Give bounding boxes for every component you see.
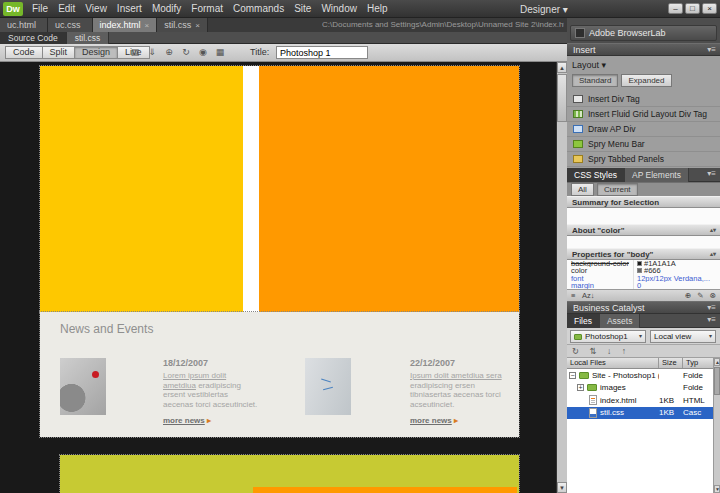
menu-site[interactable]: Site [289, 0, 316, 18]
collapse-arrows-icon[interactable]: ▴▾ [710, 249, 716, 260]
news-section[interactable]: News and Events 18/12/2007 Lorem ipsum d… [40, 312, 519, 437]
adobe-browserlab-bar[interactable]: Adobe BrowserLab [570, 25, 717, 41]
page-block-yellow[interactable] [40, 66, 243, 312]
design-view-scrollbar[interactable]: ▲ ▼ [556, 62, 567, 493]
scrollbar-thumb[interactable] [714, 367, 720, 395]
news-link[interactable]: Ipsum dolit ametdiua sera [410, 371, 502, 380]
scroll-up-icon[interactable]: ▲ [557, 62, 567, 73]
doc-tab-uc-html[interactable]: uc.html [0, 18, 48, 32]
property-row-color[interactable]: color #666 [567, 267, 720, 274]
column-local-files[interactable]: Local Files [567, 358, 659, 368]
panel-menu-icon[interactable]: ▾≡ [707, 314, 716, 326]
property-row-background-color[interactable]: background-color #1A1A1A [567, 260, 720, 267]
file-row-stil-css[interactable]: stil.css 1KB Casc [567, 407, 713, 420]
scroll-up-icon[interactable]: ▲ [714, 358, 720, 366]
show-list-view-icon[interactable]: Az↓ [582, 291, 595, 300]
attach-stylesheet-icon[interactable]: ⊕ [685, 291, 691, 300]
insert-category-dropdown[interactable]: Layout ▾ [572, 58, 606, 71]
property-row-font[interactable]: font 12px/12px Verdana,... [567, 275, 720, 282]
related-file-stil-css[interactable]: stil.css [67, 32, 110, 44]
expand-expander-icon[interactable]: + [577, 384, 584, 391]
restore-button[interactable]: □ [685, 3, 700, 14]
current-mode-button[interactable]: Current [597, 183, 638, 196]
file-row-images[interactable]: + images Folde [567, 382, 713, 395]
standard-mode-button[interactable]: Standard [572, 74, 618, 87]
menu-window[interactable]: Window [316, 0, 362, 18]
view-dropdown[interactable]: Local view ▾ [650, 330, 716, 343]
get-files-icon[interactable]: ↓ [607, 346, 611, 356]
design-view-button[interactable]: Design [74, 46, 117, 59]
properties-for-body-header[interactable]: Properties for "body" ▴▾ [567, 248, 720, 260]
more-news-link[interactable]: more news ▸ [163, 416, 259, 425]
about-color-header[interactable]: About "color" ▴▾ [567, 224, 720, 236]
minimize-button[interactable]: – [668, 3, 683, 14]
scrollbar-thumb[interactable] [557, 74, 567, 122]
put-files-icon[interactable]: ↑ [622, 346, 626, 356]
news-item-2[interactable]: 22/12/2007 Ipsum dolit ametdiua sera era… [410, 358, 506, 425]
multiscreen-preview-icon[interactable]: ▦ [213, 46, 227, 59]
connect-refresh-icon[interactable]: ↻ [572, 346, 579, 356]
visual-aids-icon[interactable]: ◉ [196, 46, 210, 59]
file-management-icon[interactable]: ⇓ [145, 46, 159, 59]
spry-tabbed-panels-item[interactable]: Spry Tabbed Panels [567, 152, 720, 167]
page-block-gap[interactable] [243, 66, 259, 312]
tab-ap-elements[interactable]: AP Elements [625, 168, 689, 182]
tab-files[interactable]: Files [567, 314, 600, 328]
code-view-button[interactable]: Code [5, 46, 42, 59]
scroll-down-icon[interactable]: ▼ [557, 482, 567, 493]
insert-panel-header[interactable]: Insert ▾≡ [567, 43, 720, 56]
insert-div-tag-item[interactable]: Insert Div Tag [567, 92, 720, 107]
summary-for-selection-header[interactable]: Summary for Selection [567, 196, 720, 208]
all-mode-button[interactable]: All [571, 183, 594, 196]
menu-commands[interactable]: Commands [228, 0, 289, 18]
edit-rule-icon[interactable]: ✎ [697, 291, 703, 300]
collapse-expander-icon[interactable]: − [569, 372, 576, 379]
draw-ap-div-item[interactable]: Draw AP Div [567, 122, 720, 137]
panel-menu-icon[interactable]: ▾≡ [707, 44, 716, 56]
show-category-view-icon[interactable]: ≡ [571, 291, 575, 300]
insert-fluid-grid-item[interactable]: Insert Fluid Grid Layout Div Tag [567, 107, 720, 122]
business-catalyst-header[interactable]: Business Catalyst ▾≡ [567, 301, 720, 314]
doc-tab-stil-css[interactable]: stil.css× [157, 18, 208, 32]
menu-format[interactable]: Format [186, 0, 228, 18]
column-type[interactable]: Typ [683, 358, 713, 368]
live-code-icon[interactable]: ▤ [128, 46, 142, 59]
news-heading[interactable]: News and Events [60, 322, 153, 336]
page-block-orange[interactable] [259, 66, 519, 312]
doc-tab-uc-css[interactable]: uc.css [48, 18, 93, 32]
preview-in-browser-icon[interactable]: ⊕ [162, 46, 176, 59]
menu-view[interactable]: View [80, 0, 112, 18]
document-title-input[interactable] [276, 46, 368, 59]
page-footer-accent[interactable] [253, 487, 517, 493]
synchronize-icon[interactable]: ⇅ [590, 346, 597, 356]
property-row-margin[interactable]: margin 0 [567, 282, 720, 289]
panel-menu-icon[interactable]: ▾≡ [707, 302, 716, 314]
scroll-down-icon[interactable]: ▼ [714, 485, 720, 493]
column-size[interactable]: Size [659, 358, 683, 368]
menu-file[interactable]: File [27, 0, 53, 18]
color-swatch[interactable] [637, 261, 642, 266]
tab-css-styles[interactable]: CSS Styles [567, 168, 625, 182]
delete-rule-icon[interactable]: ⊗ [710, 291, 716, 300]
refresh-design-view-icon[interactable]: ↻ [179, 46, 193, 59]
tab-assets[interactable]: Assets [600, 314, 641, 328]
file-row-index-html[interactable]: index.html 1KB HTML [567, 394, 713, 407]
news-item-1[interactable]: 18/12/2007 Lorem ipsum dolit ametdiua er… [163, 358, 259, 425]
spry-menu-bar-item[interactable]: Spry Menu Bar [567, 137, 720, 152]
workspace-switcher[interactable]: Designer ▾ [520, 0, 568, 18]
expanded-mode-button[interactable]: Expanded [621, 74, 671, 87]
news-photo-spa[interactable] [60, 358, 106, 415]
menu-insert[interactable]: Insert [112, 0, 147, 18]
close-button[interactable]: × [702, 3, 717, 14]
file-row-site-root[interactable]: − Site - Photoshop1 (C:... Folde [567, 369, 713, 382]
split-view-button[interactable]: Split [42, 46, 75, 59]
menu-modify[interactable]: Modify [147, 0, 186, 18]
color-swatch[interactable] [637, 268, 642, 273]
collapse-arrows-icon[interactable]: ▴▾ [710, 225, 716, 236]
menu-edit[interactable]: Edit [53, 0, 80, 18]
source-code-button[interactable]: Source Code [0, 32, 67, 44]
doc-tab-index-html[interactable]: index.html× [93, 18, 158, 32]
panel-menu-icon[interactable]: ▾≡ [707, 168, 716, 180]
tab-close-icon[interactable]: × [145, 21, 150, 30]
more-news-link[interactable]: more news ▸ [410, 416, 506, 425]
